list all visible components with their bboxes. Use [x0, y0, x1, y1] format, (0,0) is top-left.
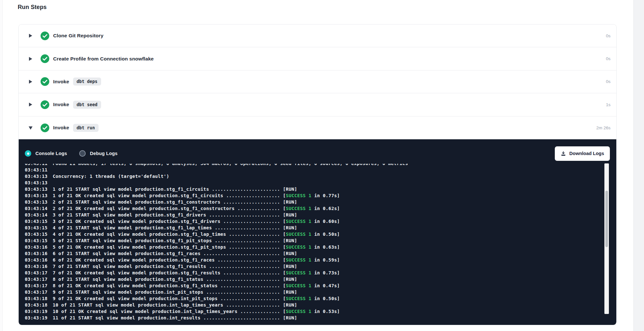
step-row[interactable]: Create Profile from Connection snowflake… — [19, 47, 616, 70]
success-check-icon — [41, 54, 49, 63]
log-line: 03:43:131 of 21 OK created sql view mode… — [25, 192, 616, 199]
step-duration: 0s — [606, 56, 611, 61]
download-logs-label: Download Logs — [569, 151, 604, 156]
success-check-icon — [41, 77, 49, 86]
log-line: 03:43:132 of 21 START sql view model pro… — [25, 199, 616, 205]
radio-icon[interactable] — [25, 150, 31, 157]
chevron-down-icon[interactable] — [29, 125, 33, 130]
step-duration: 2m 26s — [596, 125, 611, 130]
log-line: 03:43:154 of 21 OK created sql view mode… — [25, 231, 616, 237]
step-label: Invoke — [53, 79, 69, 85]
radio-label: Debug Logs — [90, 151, 118, 156]
log-line: 03:43:11Found 21 models, 17 tests, 0 sna… — [25, 164, 616, 167]
log-line: 03:43:177 of 21 OK created sql view mode… — [25, 270, 616, 276]
console-panel: Console Logs Debug Logs Download Logs 03… — [19, 139, 616, 325]
log-line: 03:43:11 — [25, 167, 616, 173]
log-line: 03:43:1911 of 21 START sql view model pr… — [25, 315, 616, 321]
log-type-radio-group: Console Logs Debug Logs — [25, 150, 118, 157]
console-header: Console Logs Debug Logs Download Logs — [19, 139, 616, 161]
step-duration: 1s — [606, 102, 611, 107]
step-label: Create Profile from Connection snowflake — [53, 56, 154, 62]
success-check-icon — [41, 32, 49, 40]
log-scrollbar-thumb[interactable] — [605, 191, 608, 247]
log-line: 03:43:154 of 21 START sql view model pro… — [25, 225, 616, 231]
page-title: Run Steps — [18, 4, 47, 11]
step-row[interactable]: Clone Git Repository 0s — [19, 24, 616, 47]
chevron-right-icon[interactable] — [29, 57, 33, 61]
step-row[interactable]: Invoke dbt deps 0s — [19, 70, 616, 93]
chevron-right-icon[interactable] — [29, 79, 33, 84]
step-row[interactable]: Invoke dbt run 2m 26s — [19, 116, 616, 139]
panel-left-divider — [0, 0, 3, 331]
log-scrollbar[interactable] — [604, 163, 609, 314]
log-line: 03:43:155 of 21 START sql view model pro… — [25, 237, 616, 244]
log-line: 03:43:166 of 21 OK created sql view mode… — [25, 257, 616, 263]
step-duration: 0s — [606, 33, 611, 38]
step-label: Clone Git Repository — [53, 33, 103, 39]
radio-icon[interactable] — [79, 150, 86, 157]
step-list: Clone Git Repository 0s Create Profile f… — [19, 24, 616, 139]
log-line: 03:43:142 of 21 OK created sql view mode… — [25, 205, 616, 212]
chevron-right-icon[interactable] — [29, 33, 33, 38]
log-line: 03:43:165 of 21 OK created sql view mode… — [25, 244, 616, 250]
log-line: 03:43:13Concurrency: 1 threads (target='… — [25, 173, 616, 179]
step-label: Invoke — [53, 125, 69, 131]
run-steps-card: Clone Git Repository 0s Create Profile f… — [18, 24, 617, 325]
radio-label: Console Logs — [35, 151, 67, 156]
download-icon — [561, 151, 566, 156]
log-line: 03:43:1810 of 21 START sql view model pr… — [25, 302, 616, 308]
console-log-output[interactable]: 03:43:11Found 21 models, 17 tests, 0 sna… — [19, 164, 616, 325]
step-command-badge: dbt run — [73, 124, 99, 132]
log-line: 03:43:178 of 21 OK created sql view mode… — [25, 282, 616, 289]
log-line: 03:43:178 of 21 START sql view model pro… — [25, 276, 616, 282]
step-command-badge: dbt deps — [73, 78, 101, 86]
log-line: 03:43:1910 of 21 OK created sql view mod… — [25, 308, 616, 315]
log-line: 03:43:143 of 21 START sql view model pro… — [25, 212, 616, 218]
success-check-icon — [41, 124, 49, 132]
log-line: 03:43:153 of 21 OK created sql view mode… — [25, 218, 616, 225]
log-line: 03:43:189 of 21 OK created sql view mode… — [25, 295, 616, 302]
log-line: 03:43:166 of 21 START sql view model pro… — [25, 250, 616, 257]
tab-debug-logs[interactable]: Debug Logs — [79, 150, 118, 157]
log-line: 03:43:179 of 21 START sql view model pro… — [25, 289, 616, 295]
step-command-badge: dbt seed — [73, 101, 101, 109]
chevron-right-icon[interactable] — [29, 102, 33, 107]
log-line: 03:43:131 of 21 START sql view model pro… — [25, 186, 616, 192]
success-check-icon — [41, 100, 49, 109]
step-row[interactable]: Invoke dbt seed 1s — [19, 93, 616, 116]
step-duration: 0s — [606, 79, 611, 84]
page-right-gutter — [633, 0, 644, 331]
tab-console-logs[interactable]: Console Logs — [25, 150, 67, 157]
download-logs-button[interactable]: Download Logs — [555, 146, 610, 161]
step-label: Invoke — [53, 102, 69, 107]
log-line: 03:43:13 — [25, 179, 616, 186]
log-line: 03:43:167 of 21 START sql view model pro… — [25, 263, 616, 270]
